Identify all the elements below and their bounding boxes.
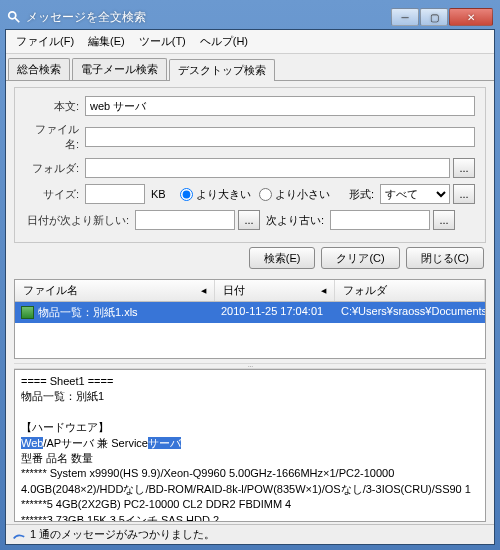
body-input[interactable] bbox=[85, 96, 475, 116]
maximize-button[interactable]: ▢ bbox=[420, 8, 448, 26]
status-text: 1 通のメッセージがみつかりました。 bbox=[30, 527, 215, 542]
date-older-label: 次より古い: bbox=[266, 213, 324, 228]
size-label: サイズ: bbox=[25, 187, 85, 202]
kb-unit: KB bbox=[151, 188, 166, 200]
radio-bigger[interactable] bbox=[180, 188, 193, 201]
folder-browse-button[interactable]: ... bbox=[453, 158, 475, 178]
format-select[interactable]: すべて bbox=[380, 184, 450, 204]
tab-email[interactable]: 電子メール検索 bbox=[72, 58, 167, 80]
close-form-button[interactable]: 閉じる(C) bbox=[406, 247, 484, 269]
minimize-button[interactable]: ─ bbox=[391, 8, 419, 26]
status-icon bbox=[12, 528, 26, 542]
format-label: 形式: bbox=[349, 187, 374, 202]
date-newer-label: 日付が次より新しい: bbox=[25, 213, 135, 228]
svg-point-0 bbox=[9, 12, 16, 19]
bigger-label: より大きい bbox=[196, 187, 251, 202]
window-title: メッセージを全文検索 bbox=[26, 9, 390, 26]
body-label: 本文: bbox=[25, 99, 85, 114]
result-row[interactable]: 物品一覧：別紙1.xls 2010-11-25 17:04:01 C:¥User… bbox=[15, 302, 485, 323]
sort-icon: ◀ bbox=[321, 287, 326, 295]
menu-edit[interactable]: 編集(E) bbox=[84, 32, 129, 51]
smaller-label: より小さい bbox=[275, 187, 330, 202]
folder-label: フォルダ: bbox=[25, 161, 85, 176]
results-list[interactable]: ファイル名◀ 日付◀ フォルダ 物品一覧：別紙1.xls 2010-11-25 … bbox=[14, 279, 486, 359]
radio-smaller[interactable] bbox=[259, 188, 272, 201]
svg-line-1 bbox=[15, 18, 19, 22]
clear-button[interactable]: クリア(C) bbox=[321, 247, 399, 269]
date-older-input[interactable] bbox=[330, 210, 430, 230]
col-folder[interactable]: フォルダ bbox=[335, 280, 485, 301]
menu-file[interactable]: ファイル(F) bbox=[12, 32, 78, 51]
tab-general[interactable]: 総合検索 bbox=[8, 58, 70, 80]
date-newer-input[interactable] bbox=[135, 210, 235, 230]
preview-pane[interactable]: ==== Sheet1 ==== 物品一覧：別紙1 【ハードウエア】 Web/A… bbox=[14, 369, 486, 522]
filename-input[interactable] bbox=[85, 127, 475, 147]
app-icon bbox=[7, 10, 21, 24]
sort-icon: ◀ bbox=[201, 287, 206, 295]
filename-label: ファイル名: bbox=[25, 122, 85, 152]
tab-desktop[interactable]: デスクトップ検索 bbox=[169, 59, 275, 81]
format-more-button[interactable]: ... bbox=[453, 184, 475, 204]
col-filename[interactable]: ファイル名◀ bbox=[15, 280, 215, 301]
folder-input[interactable] bbox=[85, 158, 450, 178]
date-newer-button[interactable]: ... bbox=[238, 210, 260, 230]
menu-tool[interactable]: ツール(T) bbox=[135, 32, 190, 51]
size-input[interactable] bbox=[85, 184, 145, 204]
close-button[interactable]: ✕ bbox=[449, 8, 493, 26]
search-button[interactable]: 検索(E) bbox=[249, 247, 316, 269]
menu-help[interactable]: ヘルプ(H) bbox=[196, 32, 252, 51]
col-date[interactable]: 日付◀ bbox=[215, 280, 335, 301]
date-older-button[interactable]: ... bbox=[433, 210, 455, 230]
xls-icon bbox=[21, 306, 34, 319]
